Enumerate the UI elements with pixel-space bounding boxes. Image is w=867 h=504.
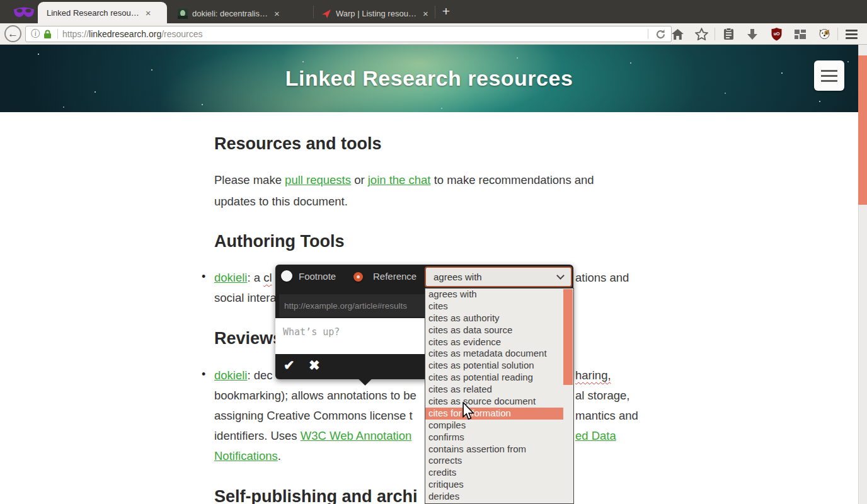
back-button[interactable]: ←	[4, 25, 21, 42]
intro-text: to make recommendations and	[431, 173, 594, 186]
authoring-dokieli-line1-right: ations and	[575, 268, 629, 287]
dropdown-option[interactable]: cites as metadata document	[425, 348, 573, 360]
relation-dropdown-list: agrees with cites cites as authority cit…	[425, 288, 574, 504]
page-scrollbar-thumb[interactable]	[858, 55, 867, 205]
reference-radio-label[interactable]: Reference	[373, 271, 416, 282]
intro-text: Please make	[214, 173, 285, 186]
starfield	[38, 54, 39, 55]
url-scheme: https://	[62, 29, 89, 39]
reviews-dokieli-line1-right: haring,	[575, 366, 611, 385]
site-menu-button[interactable]	[814, 60, 844, 91]
urlbar-divider	[57, 29, 58, 39]
dropdown-option[interactable]: cites as potential reading	[425, 372, 573, 384]
dokieli-link[interactable]: dokieli	[214, 369, 247, 382]
home-icon[interactable]	[665, 28, 689, 40]
tab-title: Warp | Listing resou…	[336, 9, 416, 18]
tab-warp[interactable]: Warp | Listing resou… ×	[316, 4, 433, 23]
dokieli-favicon-icon	[178, 9, 188, 19]
dropdown-option[interactable]: contains assertion from	[425, 444, 573, 455]
join-the-chat-link[interactable]: join the chat	[368, 173, 431, 186]
reviews-dokieli-line3-left: assigning Creative Commons license t	[214, 406, 413, 425]
authoring-dokieli-line2: social intera	[214, 289, 277, 307]
reviews-dokieli-line2-right: al storage,	[575, 386, 629, 405]
ublock-shield-icon[interactable]: uO	[764, 28, 788, 41]
tab-title: dokieli: decentralis…	[192, 9, 268, 18]
lock-icon	[43, 30, 52, 39]
dokieli-link[interactable]: dokieli	[214, 271, 247, 284]
url-path: /resources	[161, 29, 202, 39]
new-tab-button[interactable]: +	[438, 3, 454, 20]
body-text: .	[278, 449, 281, 462]
body-text: : dec	[247, 369, 272, 382]
relation-select[interactable]: agrees with	[425, 266, 572, 287]
dropdown-option[interactable]: cites as potential solution	[425, 360, 573, 372]
bookmark-star-icon[interactable]	[689, 28, 713, 40]
url-bar[interactable]: ⓘ https://linkedresearch.org/resources	[25, 26, 672, 42]
tab-close-icon[interactable]: ×	[274, 9, 280, 18]
dropdown-option[interactable]: credits	[425, 467, 573, 479]
tab-linked-research[interactable]: Linked Research resou… ×	[38, 2, 167, 23]
heading-resources-and-tools: Resources and tools	[214, 134, 382, 154]
body-text: : a	[247, 271, 263, 284]
reviews-dokieli-line5: Notifications.	[214, 447, 281, 466]
relation-select-value: agrees with	[433, 272, 558, 282]
heading-self-publishing: Self-publishing and archi	[214, 487, 418, 504]
dog-extension-icon[interactable]	[812, 28, 836, 40]
tab-bar: Linked Research resou… × dokieli: decent…	[0, 0, 867, 23]
popup-tail	[359, 372, 372, 386]
mask-icon[interactable]	[13, 5, 35, 19]
dropdown-option-highlighted[interactable]: cites for information	[425, 408, 563, 420]
url-host: linkedresearch.org	[89, 29, 161, 39]
chevron-down-icon	[556, 272, 565, 280]
dropdown-scrollbar-thumb[interactable]	[563, 289, 573, 385]
tab-close-icon[interactable]: ×	[423, 9, 428, 18]
reading-list-icon[interactable]	[716, 28, 740, 40]
reload-icon[interactable]	[655, 29, 666, 40]
reviews-dokieli-line2-left: bookmarking); allows annotations to be	[214, 386, 416, 405]
pull-requests-link[interactable]: pull requests	[285, 173, 351, 186]
page-title: Linked Research resources	[0, 66, 858, 91]
dropdown-option[interactable]: cites	[425, 301, 573, 312]
w3c-web-annotation-link[interactable]: W3C Web Annotation	[301, 429, 412, 442]
dropdown-option[interactable]: cites as related	[425, 384, 573, 396]
downloads-icon[interactable]	[740, 28, 764, 40]
intro-text: or	[351, 173, 368, 186]
reference-radio[interactable]	[353, 272, 363, 282]
page-banner: Linked Research resources	[0, 45, 858, 112]
dropdown-option[interactable]: critiques	[425, 479, 573, 491]
dropdown-option[interactable]: cites as data source	[425, 324, 573, 336]
heading-reviews: Reviews	[214, 329, 282, 348]
page-info-icon[interactable]: ⓘ	[31, 28, 40, 40]
mouse-cursor	[462, 402, 474, 421]
menu-hamburger-icon[interactable]	[839, 28, 863, 41]
intro-paragraph-line2: updates to this document.	[214, 192, 348, 211]
dropdown-option[interactable]: cites as source document	[425, 396, 573, 408]
dropdown-option[interactable]: corrects	[425, 455, 573, 467]
footnote-radio-label[interactable]: Footnote	[299, 271, 336, 282]
footnote-radio[interactable]	[281, 270, 292, 282]
tab-separator	[435, 6, 435, 18]
intro-paragraph-line1: Please make pull requests or join the ch…	[214, 171, 594, 190]
list-bullet: •	[202, 368, 205, 381]
linked-data-notifications-link[interactable]: ed Data	[575, 429, 616, 442]
notifications-link[interactable]: Notifications	[214, 449, 278, 462]
dropdown-option[interactable]: agrees with	[425, 289, 573, 301]
cancel-x-icon[interactable]: ✖	[309, 358, 320, 373]
warp-favicon-icon	[321, 9, 331, 19]
submit-check-icon[interactable]: ✔	[284, 358, 295, 373]
dropdown-option[interactable]: cites as evidence	[425, 336, 573, 348]
navigation-toolbar: ← ⓘ https://linkedresearch.org/resources	[0, 23, 867, 45]
url-text[interactable]: https://linkedresearch.org/resources	[62, 29, 203, 39]
dropdown-option[interactable]: cites as authority	[425, 312, 573, 324]
dropdown-option[interactable]: confirms	[425, 432, 573, 444]
dropdown-option[interactable]: compiles	[425, 420, 573, 432]
browser-window: Linked Research resou… × dokieli: decent…	[0, 0, 867, 504]
annotated-text: cl	[263, 271, 272, 284]
dropdown-option[interactable]: derides	[425, 491, 573, 503]
authoring-dokieli-line1-left: dokieli: a cl	[214, 268, 272, 287]
tiles-grid-icon[interactable]	[788, 28, 812, 40]
tab-title: Linked Research resou…	[47, 8, 139, 18]
list-bullet: •	[202, 270, 205, 284]
tab-dokieli[interactable]: dokieli: decentralis… ×	[173, 4, 311, 23]
tab-close-icon[interactable]: ×	[146, 8, 151, 18]
